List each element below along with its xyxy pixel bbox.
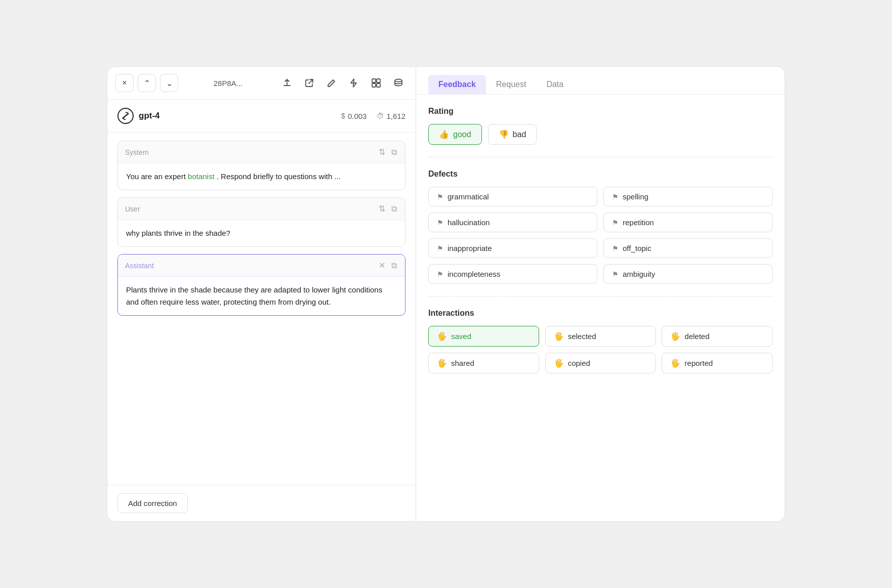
good-rating-button[interactable]: 👍 good xyxy=(428,124,482,145)
interaction-copied[interactable]: 🖐 copied xyxy=(545,353,656,373)
flag-icon-grammatical: ⚑ xyxy=(437,193,443,201)
user-role-label: User xyxy=(125,205,140,213)
interaction-copied-label: copied xyxy=(568,359,590,367)
svg-rect-3 xyxy=(377,83,380,87)
system-message-header: System ⇅ ⧉ xyxy=(118,141,405,163)
tab-bar: Feedback Request Data xyxy=(416,67,785,95)
hand-icon-reported: 🖐 xyxy=(670,358,680,368)
flag-icon-hallucination: ⚑ xyxy=(437,219,443,227)
interactions-title: Interactions xyxy=(428,309,773,318)
record-id: 28P8A... xyxy=(182,79,274,88)
assistant-header-icons: ✕ ⧉ xyxy=(378,260,398,271)
user-header-icons: ⇅ ⧉ xyxy=(378,203,398,215)
user-message-text: why plants thrive in the shade? xyxy=(126,229,230,237)
user-message: User ⇅ ⧉ why plants thrive in the shade? xyxy=(117,197,406,247)
flag-icon-repetition: ⚑ xyxy=(612,219,619,227)
divider-2 xyxy=(428,296,773,297)
interaction-deleted[interactable]: 🖐 deleted xyxy=(662,326,773,347)
defect-grammatical[interactable]: ⚑ grammatical xyxy=(428,187,597,206)
flag-icon-ambiguity: ⚑ xyxy=(612,270,619,278)
thumbs-up-icon: 👍 xyxy=(439,130,449,139)
toolbar-icons xyxy=(278,74,408,92)
defect-off-topic-label: off_topic xyxy=(623,244,651,253)
database-icon xyxy=(393,78,403,88)
main-container: × ⌃ ⌄ 28P8A... xyxy=(107,66,785,522)
top-toolbar: × ⌃ ⌄ 28P8A... xyxy=(107,67,416,100)
highlighted-word: botanist xyxy=(188,172,215,181)
interaction-saved-label: saved xyxy=(451,332,471,341)
share-button[interactable] xyxy=(278,74,296,92)
down-button[interactable]: ⌄ xyxy=(160,74,178,92)
external-link-button[interactable] xyxy=(300,74,318,92)
thumbs-down-icon: 👎 xyxy=(499,130,509,139)
feedback-panel: Rating 👍 good 👎 bad Defects xyxy=(416,95,785,521)
close-icon: × xyxy=(122,78,127,88)
interaction-selected[interactable]: 🖐 selected xyxy=(545,326,656,347)
database-button[interactable] xyxy=(389,74,408,92)
rating-section: Rating 👍 good 👎 bad xyxy=(428,107,773,145)
up-button[interactable]: ⌃ xyxy=(138,74,156,92)
interaction-shared[interactable]: 🖐 shared xyxy=(428,353,539,373)
model-stats: $ 0.003 ⏱ 1,612 xyxy=(341,112,406,120)
assistant-message-text: Plants thrive in the shade because they … xyxy=(126,285,382,306)
defect-incompleteness[interactable]: ⚑ incompleteness xyxy=(428,264,597,284)
interaction-saved[interactable]: 🖐 saved xyxy=(428,326,539,347)
grid-button[interactable] xyxy=(367,74,385,92)
bad-rating-button[interactable]: 👎 bad xyxy=(488,124,537,145)
close-button[interactable]: × xyxy=(115,74,134,92)
tab-data[interactable]: Data xyxy=(536,75,574,94)
defect-hallucination-label: hallucination xyxy=(448,218,490,227)
external-link-icon xyxy=(304,78,314,88)
system-copy-button[interactable]: ⧉ xyxy=(390,147,398,158)
tab-feedback[interactable]: Feedback xyxy=(428,75,486,94)
cost-stat: $ 0.003 xyxy=(341,112,367,120)
interaction-reported[interactable]: 🖐 reported xyxy=(662,353,773,373)
interactions-section: Interactions 🖐 saved 🖐 selected 🖐 delete… xyxy=(428,309,773,373)
user-copy-button[interactable]: ⧉ xyxy=(390,203,398,215)
svg-point-4 xyxy=(395,79,402,82)
tokens-stat: ⏱ 1,612 xyxy=(377,112,406,120)
user-message-content: why plants thrive in the shade? xyxy=(118,220,405,246)
user-sort-button[interactable]: ⇅ xyxy=(378,203,386,215)
system-header-icons: ⇅ ⧉ xyxy=(378,146,398,158)
messages-area: System ⇅ ⧉ You are an expert botanist . … xyxy=(107,133,416,485)
add-correction-button[interactable]: Add correction xyxy=(117,493,188,513)
hand-icon-shared: 🖐 xyxy=(437,358,447,368)
defect-spelling[interactable]: ⚑ spelling xyxy=(603,187,773,206)
flag-icon-off-topic: ⚑ xyxy=(612,244,619,253)
svg-rect-1 xyxy=(377,79,380,82)
defect-off-topic[interactable]: ⚑ off_topic xyxy=(603,238,773,258)
rating-buttons: 👍 good 👎 bad xyxy=(428,124,773,145)
defect-repetition[interactable]: ⚑ repetition xyxy=(603,213,773,232)
share-icon xyxy=(282,78,292,88)
svg-rect-0 xyxy=(372,79,376,82)
defects-title: Defects xyxy=(428,170,773,179)
system-sort-button[interactable]: ⇅ xyxy=(378,146,386,158)
bad-label: bad xyxy=(513,130,526,139)
down-icon: ⌄ xyxy=(166,78,173,88)
assistant-copy-button[interactable]: ⧉ xyxy=(390,260,398,271)
cost-value: 0.003 xyxy=(348,112,367,120)
defect-hallucination[interactable]: ⚑ hallucination xyxy=(428,213,597,232)
flag-icon-inappropriate: ⚑ xyxy=(437,244,443,253)
user-message-header: User ⇅ ⧉ xyxy=(118,198,405,220)
defect-ambiguity[interactable]: ⚑ ambiguity xyxy=(603,264,773,284)
assistant-message: Assistant ✕ ⧉ Plants thrive in the shade… xyxy=(117,254,406,316)
defects-section: Defects ⚑ grammatical ⚑ spelling ⚑ hallu… xyxy=(428,170,773,284)
defect-inappropriate[interactable]: ⚑ inappropriate xyxy=(428,238,597,258)
location-button[interactable] xyxy=(345,74,363,92)
assistant-collapse-button[interactable]: ✕ xyxy=(378,260,386,271)
bottom-actions: Add correction xyxy=(107,485,416,521)
svg-rect-2 xyxy=(372,83,376,87)
defect-incompleteness-label: incompleteness xyxy=(448,270,500,278)
grid-icon xyxy=(371,78,381,88)
edit-button[interactable] xyxy=(322,74,341,92)
hand-icon-saved: 🖐 xyxy=(437,331,447,341)
rating-title: Rating xyxy=(428,107,773,116)
hand-icon-deleted: 🖐 xyxy=(670,331,680,341)
assistant-role-label: Assistant xyxy=(125,262,154,270)
system-message-content: You are an expert botanist . Respond bri… xyxy=(118,163,405,190)
tab-request[interactable]: Request xyxy=(486,75,537,94)
left-panel: × ⌃ ⌄ 28P8A... xyxy=(107,67,416,521)
flag-icon-spelling: ⚑ xyxy=(612,193,619,201)
